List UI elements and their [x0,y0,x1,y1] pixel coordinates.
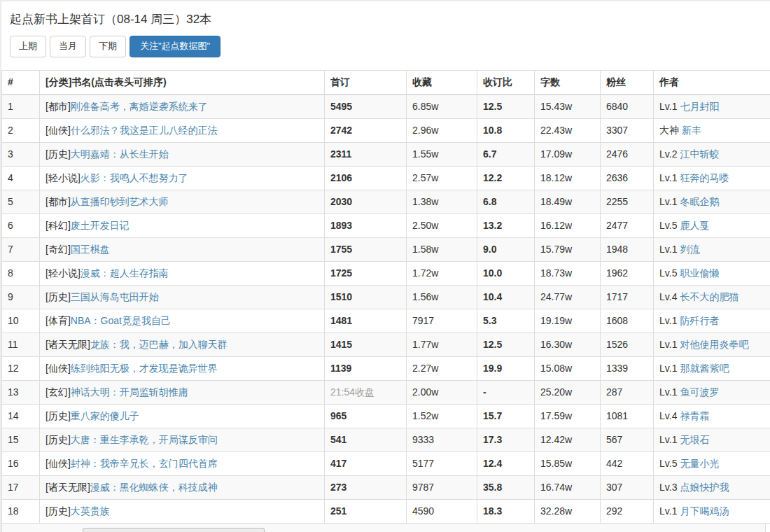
author-link[interactable]: 无量小光 [680,458,719,469]
order-ratio-cell: 9.0 [477,237,535,261]
author-cell: Lv.1无垠石 [654,428,770,451]
author-link[interactable]: 冬眠企鹅 [680,196,719,207]
author-link[interactable]: 新丰 [682,125,701,136]
col-header-first-order[interactable]: 首订 [325,70,407,94]
book-title-link[interactable]: 封神：我帝辛兄长，玄门四代首席 [71,458,218,469]
book-title-link[interactable]: 火影：我鸣人不想努力了 [80,172,188,183]
order-ratio-cell: 6.7 [477,142,535,166]
author-link[interactable]: 长不大的肥猫 [680,291,738,302]
col-header-word-count[interactable]: 字数 [535,70,601,94]
author-link[interactable]: 防歼行者 [680,315,719,326]
author-level: Lv.4 [659,410,677,421]
author-cell: Lv.4长不大的肥猫 [654,285,770,309]
book-title-link[interactable]: NBA：Goat竟是我自己 [71,315,171,326]
book-title-link[interactable]: 废土开发日记 [71,220,130,231]
col-header-order-ratio[interactable]: 收订比 [477,70,535,94]
book-title-link[interactable]: 大英贵族 [71,505,110,517]
col-header-fans[interactable]: 粉丝 [601,70,654,94]
word-count-cell: 16.74w [535,475,601,499]
author-link[interactable]: 鹿人戛 [680,220,709,231]
current-month-button[interactable]: 当月 [50,36,86,57]
order-ratio-cell: 12.5 [477,332,535,356]
author-link[interactable]: 刿流 [680,244,699,255]
book-title-link[interactable]: 龙族：我，迈巴赫，加入聊天群 [90,339,227,350]
prev-period-button[interactable]: 上期 [10,36,46,57]
table-row: 10 [体育]NBA：Goat竟是我自己 1481 7917 5.3 19.19… [2,309,770,332]
author-link[interactable]: 狂奔的马喽 [680,172,729,183]
author-cell: Lv.4禄青霜 [654,404,770,428]
author-level: Lv.3 [659,482,677,493]
fans-cell: 2255 [601,190,654,214]
fans-cell: 1717 [601,285,654,309]
author-link[interactable]: 七月封阳 [680,101,719,112]
collections-cell: 5177 [407,451,477,475]
row-index: 3 [2,142,40,166]
col-header-book-name[interactable]: [分类]书名(点击表头可排序) [40,70,325,94]
author-link[interactable]: 那就酱紫吧 [680,363,729,374]
order-ratio-cell: 5.3 [477,309,535,332]
fans-cell: 1608 [601,309,654,332]
book-title-link[interactable]: 大唐：重生李承乾，开局谋反审问 [71,434,218,445]
book-category: [历史] [46,505,71,517]
author-link[interactable]: 职业偷懒 [680,267,719,279]
fans-cell: 1339 [601,356,654,380]
book-title-link[interactable]: 漫威：黑化蜘蛛侠，科技成神 [90,482,218,493]
author-link[interactable]: 月下喝鸡汤 [680,505,729,517]
author-link[interactable]: 禄青霜 [680,410,709,421]
book-title-link[interactable]: 重八家的傻儿子 [71,410,139,421]
author-level: Lv.2 [659,148,677,160]
toolbar: 上期 当月 下期 关注"起点数据图" [10,36,770,57]
word-count-cell: 25.20w [535,380,601,404]
book-category: [诸天无限] [46,339,90,350]
first-order-cell: 2742 [325,118,407,142]
book-cell: [轻小说]火影：我鸣人不想努力了 [40,166,325,190]
row-index: 6 [2,214,40,237]
author-level: Lv.4 [659,291,677,302]
word-count-cell: 24.77w [535,285,601,309]
book-cell: [轻小说]漫威：超人生存指南 [40,261,325,285]
collections-cell: 1.56w [407,285,477,309]
first-order-cell: 2030 [325,190,407,214]
author-level: Lv.1 [659,196,677,207]
word-count-cell: 17.09w [535,142,601,166]
order-ratio-cell: 35.8 [477,475,535,499]
first-order-cell: 2106 [325,166,407,190]
first-order-cell: 1139 [325,356,407,380]
collections-cell: 2.57w [407,166,477,190]
row-index: 14 [2,404,40,428]
row-index: 15 [2,428,40,451]
book-cell: [体育]NBA：Goat竟是我自己 [40,309,325,332]
book-title-link[interactable]: 从直播印钞到艺术大师 [71,196,169,207]
follow-qidian-data-button[interactable]: 关注"起点数据图" [130,36,220,57]
author-link[interactable]: 点娘快护我 [680,482,729,493]
first-order-cell: 273 [325,475,407,499]
book-title-link[interactable]: 国王棋盘 [71,244,110,255]
book-title-link[interactable]: 三国从海岛屯田开始 [71,291,159,302]
author-link[interactable]: 无垠石 [680,434,709,445]
next-period-button[interactable]: 下期 [90,36,126,57]
author-link[interactable]: 对他使用炎拳吧 [680,339,748,350]
table-row: 6 [科幻]废土开发日记 1893 2.50w 13.2 16.12w 2477… [2,214,770,237]
author-link[interactable]: 江中斩蛟 [680,148,719,160]
book-title-link[interactable]: 练到纯阳无极，才发现是诡异世界 [71,363,218,374]
book-title-link[interactable]: 什么邪法？我这是正儿八经的正法 [71,125,218,136]
col-header-collections[interactable]: 收藏 [407,70,477,94]
order-ratio-cell: 12.4 [477,451,535,475]
author-link[interactable]: 鱼可波罗 [680,386,719,398]
row-index: 9 [2,285,40,309]
fans-cell: 567 [601,428,654,451]
col-header-index[interactable]: # [2,70,40,94]
word-count-cell: 17.59w [535,404,601,428]
fans-cell: 1526 [601,332,654,356]
book-category: [仙侠] [46,125,71,136]
table-row: 13 [玄幻]神话大明：开局监斩胡惟庸 21:54收盘 2.00w - 25.2… [2,380,770,404]
table-row: 15 [历史]大唐：重生李承乾，开局谋反审问 541 9333 17.3 12.… [2,428,770,451]
first-order-cell: 2311 [325,142,407,166]
book-title-link[interactable]: 漫威：超人生存指南 [80,267,169,279]
col-header-author[interactable]: 作者 [654,70,770,94]
book-title-link[interactable]: 刚准备高考，离婚逆袭系统来了 [71,101,208,112]
book-title-link[interactable]: 神话大明：开局监斩胡惟庸 [71,386,188,398]
book-title-link[interactable]: 大明嘉靖：从长生开始 [71,148,169,160]
word-count-cell: 15.79w [535,237,601,261]
row-index: 11 [2,332,40,356]
